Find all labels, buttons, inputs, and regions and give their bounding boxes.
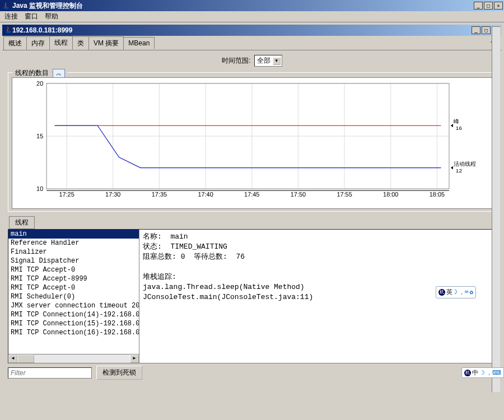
timerange-value: 全部 [257,56,270,66]
thread-list-item[interactable]: Signal Dispatcher [8,256,139,265]
detail-state-label: 状态: [143,242,162,251]
maximize-button[interactable]: □ [484,2,493,10]
detail-stack-line1: java.lang.Thread.sleep(Native Method) [143,283,305,291]
dropdown-icon: ▼ [273,57,281,65]
detail-waited-label: 等待总数: [194,253,227,261]
thread-list-item[interactable]: RMI TCP Connection(14)-192.168.0. [8,310,139,319]
thread-list[interactable]: mainReference HandlerFinalizerSignal Dis… [8,230,139,363]
java-icon [2,2,10,10]
tab-overview[interactable]: 概述 [3,36,27,50]
threads-panel-content: 时间范围: 全部 ▼ 线程的数目 ︽ 10152017:2517:3017:35… [2,50,502,417]
thread-list-item[interactable]: RMI TCP Accept-8999 [8,274,139,283]
tab-classes[interactable]: 类 [72,36,89,50]
vertical-scrollbar[interactable] [492,26,501,393]
svg-text:17:35: 17:35 [152,191,167,198]
svg-text:17:25: 17:25 [59,191,74,198]
moon-icon: ☽ [454,287,458,297]
ime-badge-outer[interactable]: 机 中 ☽ ，⌨ [461,367,504,378]
detail-waited-value: 76 [236,253,245,261]
timerange-label: 时间范围: [222,56,250,66]
menu-connect[interactable]: 连接 [4,12,18,21]
thread-count-group: 线程的数目 ︽ 10152017:2517:3017:3517:4017:451… [8,72,496,212]
window-title: Java 监视和管理控制台 [12,1,473,11]
thread-list-item[interactable]: RMI TCP Accept-0 [8,265,139,274]
java-icon [4,26,12,35]
thread-list-hscrollbar[interactable]: ◄ ► [8,354,139,363]
thread-list-item[interactable]: Reference Handler [8,239,139,248]
svg-text:12: 12 [456,167,463,174]
ime-text: 中 [472,368,478,377]
main-tabs: 概述 内存 线程 类 VM 摘要 MBean [2,36,502,50]
svg-text:15: 15 [36,133,43,139]
scroll-left-icon[interactable]: ◄ [8,354,17,363]
connection-window: 192.168.0.181:8999 _ □ ✕ 概述 内存 线程 类 VM 摘… [1,24,503,418]
detect-deadlock-button[interactable]: 检测到死锁 [96,366,142,380]
scroll-thumb[interactable] [17,354,34,363]
scroll-right-icon[interactable]: ► [130,354,139,363]
tab-memory[interactable]: 内存 [26,36,50,50]
svg-text:10: 10 [36,185,43,192]
minimize-button[interactable]: _ [474,2,483,10]
ime-icon: 机 [464,370,471,376]
thread-list-item[interactable]: main [8,230,139,239]
ime-icon: 机 [438,289,445,296]
chart-group-title-text: 线程的数目 [15,69,49,77]
menu-help[interactable]: 帮助 [45,12,58,21]
close-button[interactable]: ✕ [494,2,503,10]
connection-titlebar: 192.168.0.181:8999 _ □ ✕ [2,25,502,36]
chart-group-title: 线程的数目 ︽ [13,68,67,78]
detail-blocked-value: 0 [181,253,185,261]
menubar: 连接 窗口 帮助 [0,11,504,22]
svg-text:17:45: 17:45 [244,191,259,198]
connection-title: 192.168.0.181:8999 [12,26,470,34]
thread-chart: 10152017:2517:3017:3517:4017:4517:5017:5… [12,77,492,209]
detail-stack-label: 堆栈追踪: [143,273,176,281]
thread-list-item[interactable]: Finalizer [8,248,139,256]
svg-text:20: 20 [36,80,43,87]
detail-state-value: TIMED_WAITING [170,242,227,251]
thread-list-item[interactable]: RMI TCP Connection(15)-192.168.0. [8,319,139,328]
tab-threads[interactable]: 线程 [49,36,73,50]
ime-text: 英 [446,287,452,297]
filter-input[interactable] [8,367,92,379]
svg-text:17:40: 17:40 [198,191,213,198]
gear-icon: ✿ [469,287,473,297]
detail-stack-line2: JConsoleTest.main(JConsoleTest.java:11) [143,293,313,301]
svg-text:17:30: 17:30 [105,191,120,198]
thread-list-item[interactable]: RMI Scheduler(0) [8,292,139,301]
detail-blocked-label: 阻塞总数: [143,253,176,261]
detail-name-label: 名称: [143,232,162,241]
inner-minimize-button[interactable]: _ [472,26,480,34]
keyboard-icon: ，⌨ [459,287,469,297]
window-titlebar: Java 监视和管理控制台 _ □ ✕ [0,0,504,11]
keyboard-icon: ，⌨ [486,368,501,377]
svg-text:峰: 峰 [454,118,459,124]
timerange-select[interactable]: 全部 ▼ [254,55,282,67]
svg-text:18:00: 18:00 [383,191,398,198]
svg-point-1 [6,31,11,32]
detail-name-value: main [170,232,188,241]
svg-point-0 [4,7,8,8]
thread-list-item[interactable]: RMI TCP Accept-0 [8,283,139,292]
ime-badge[interactable]: 机 英 ☽ ，⌨ ✿ [436,286,476,298]
thread-list-item[interactable]: JMX server connection timeout 20 [8,301,139,310]
svg-text:16: 16 [456,125,463,131]
sub-tab-threads[interactable]: 线程 [9,216,35,229]
threads-split-panel: mainReference HandlerFinalizerSignal Dis… [8,229,496,363]
svg-text:18:05: 18:05 [430,191,445,198]
thread-list-item[interactable]: RMI TCP Connection(16)-192.168.0. [8,328,139,337]
svg-text:17:50: 17:50 [291,191,306,198]
moon-icon: ☽ [479,369,485,376]
tab-mbean[interactable]: MBean [123,37,155,49]
menu-window[interactable]: 窗口 [25,12,38,21]
tab-vmsummary[interactable]: VM 摘要 [88,36,124,50]
svg-text:17:55: 17:55 [337,191,352,198]
svg-text:活动线程: 活动线程 [454,161,476,167]
inner-maximize-button[interactable]: □ [482,26,491,34]
thread-detail: 名称: main 状态: TIMED_WAITING 阻塞总数: 0 等待总数:… [139,230,496,363]
collapse-button[interactable]: ︽ [53,69,65,78]
